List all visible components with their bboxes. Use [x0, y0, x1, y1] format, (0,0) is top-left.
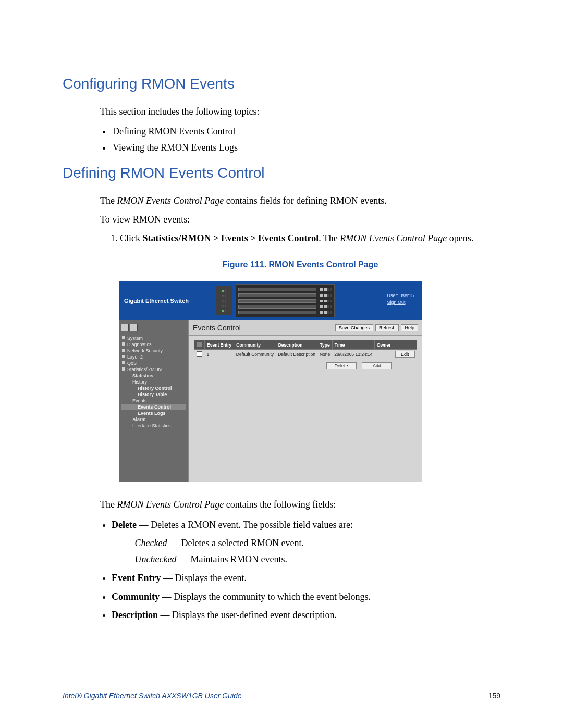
- fields-intro: The RMON Events Control Page contains th…: [100, 498, 500, 511]
- nav-diagnostics[interactable]: Diagnostics: [121, 341, 186, 348]
- footer-guide-title: Intel® Gigabit Ethernet Switch AXXSW1GB …: [63, 692, 242, 700]
- cell-owner: [375, 350, 393, 360]
- nav-history-table[interactable]: History Table: [121, 391, 186, 398]
- figure-caption: Figure 111. RMON Events Control Page: [100, 260, 500, 269]
- refresh-button[interactable]: Refresh: [375, 324, 399, 331]
- nav-events-control[interactable]: Events Control: [121, 404, 186, 410]
- col-community: Community: [234, 340, 276, 350]
- field-delete-unchecked: Unchecked — Maintains RMON events.: [123, 551, 500, 567]
- main-panel: Events Control Save Changes Refresh Help…: [189, 320, 422, 482]
- help-button[interactable]: Help: [401, 324, 418, 331]
- col-time: Time: [332, 340, 374, 350]
- nav-events[interactable]: Events: [121, 398, 186, 404]
- page-footer: Intel® Gigabit Ethernet Switch AXXSW1GB …: [63, 692, 500, 700]
- nav-history[interactable]: History: [121, 379, 186, 385]
- field-delete: Delete — Deletes a RMON event. The possi…: [112, 517, 500, 567]
- panel-title: Events Control: [193, 324, 333, 332]
- field-delete-checked: Checked — Deletes a selected RMON event.: [123, 535, 500, 551]
- table-header-row: Event Entry Community Description Type T…: [194, 340, 417, 350]
- nav-statistics[interactable]: Statistics: [121, 373, 186, 379]
- nav-qos[interactable]: QoS: [121, 360, 186, 366]
- nav-toolbar-icons[interactable]: [121, 324, 186, 333]
- field-community: Community — Displays the community to wh…: [112, 589, 500, 606]
- heading-defining-rmon-events-control: Defining RMON Events Control: [63, 165, 500, 181]
- nav-system[interactable]: System: [121, 335, 186, 341]
- app-header: Gigabit Ethernet Switch User: user15 Sig…: [119, 281, 422, 320]
- heading-configuring-rmon-events: Configuring RMON Events: [63, 76, 500, 92]
- chassis-graphic: [236, 284, 335, 317]
- add-button[interactable]: Add: [362, 362, 392, 369]
- col-description: Description: [276, 340, 317, 350]
- col-owner: Owner: [375, 340, 393, 350]
- para-to-view: To view RMON events:: [100, 213, 500, 226]
- cell-type: None: [317, 350, 332, 360]
- user-label: User: user15: [387, 292, 414, 299]
- user-links: User: user15 Sign Out: [387, 292, 414, 305]
- topic-item: Viewing the RMON Events Logs: [112, 140, 500, 156]
- cell-time: 28/8/2005 13:24:14: [332, 350, 374, 360]
- nav-layer2[interactable]: Layer 2: [121, 354, 186, 360]
- nav-events-logs[interactable]: Events Logs: [121, 410, 186, 416]
- sign-out-link[interactable]: Sign Out: [387, 299, 414, 306]
- unit-led-panel: [216, 286, 232, 315]
- field-event-entry: Event Entry — Displays the event.: [112, 570, 500, 587]
- steps-list: Click Statistics/RMON > Events > Events …: [100, 231, 500, 245]
- nav-history-control[interactable]: History Control: [121, 385, 186, 391]
- col-type: Type: [317, 340, 332, 350]
- col-event-entry: Event Entry: [205, 340, 234, 350]
- cell-description: Default Description: [276, 350, 317, 360]
- save-changes-button[interactable]: Save Changes: [335, 324, 373, 331]
- nav-statistics-rmon[interactable]: Statistics/RMON: [121, 366, 186, 373]
- cell-entry: 1: [205, 350, 234, 360]
- edit-button[interactable]: Edit: [395, 351, 415, 358]
- page-number: 159: [488, 692, 500, 700]
- para-page-desc: The RMON Events Control Page contains fi…: [100, 194, 500, 207]
- fields-list: Delete — Deletes a RMON event. The possi…: [100, 517, 500, 624]
- cell-community: Default Community: [234, 350, 276, 360]
- step-1: Click Statistics/RMON > Events > Events …: [120, 231, 500, 245]
- topic-item: Defining RMON Events Control: [112, 124, 500, 140]
- nav-alarm[interactable]: Alarm: [121, 416, 186, 423]
- row-checkbox[interactable]: [197, 351, 202, 357]
- brand-text: Gigabit Ethernet Switch: [124, 298, 189, 304]
- field-description: Description — Displays the user-defined …: [112, 607, 500, 624]
- table-row: 1 Default Community Default Description …: [194, 350, 417, 360]
- intro-text: This section includes the following topi…: [100, 105, 500, 118]
- events-table: Event Entry Community Description Type T…: [194, 340, 417, 359]
- delete-button[interactable]: Delete: [326, 362, 357, 369]
- nav-tree[interactable]: System Diagnostics Network Security Laye…: [119, 320, 189, 482]
- nav-interface-statistics[interactable]: Interface Statistics: [121, 423, 186, 429]
- figure-screenshot: Gigabit Ethernet Switch User: user15 Sig…: [119, 281, 422, 482]
- topic-list: Defining RMON Events Control Viewing the…: [100, 124, 500, 155]
- col-checkbox[interactable]: [194, 340, 205, 350]
- nav-network-security[interactable]: Network Security: [121, 348, 186, 354]
